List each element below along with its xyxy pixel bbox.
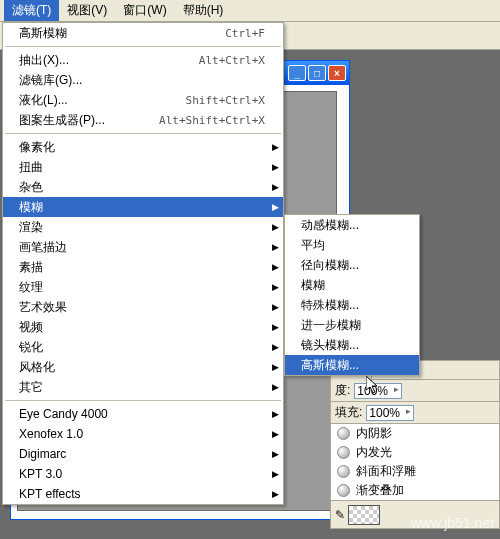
- fx-icon: [337, 446, 350, 459]
- menu-item[interactable]: 高斯模糊Ctrl+F: [3, 23, 283, 43]
- menu-view[interactable]: 视图(V): [59, 0, 115, 21]
- menu-item[interactable]: 进一步模糊: [285, 315, 419, 335]
- submenu-arrow-icon: ▶: [272, 262, 279, 272]
- layer-strip: ✎: [330, 501, 500, 529]
- layer-thumbnail[interactable]: [348, 505, 380, 525]
- menu-item[interactable]: 径向模糊...: [285, 255, 419, 275]
- menu-item[interactable]: 艺术效果▶: [3, 297, 283, 317]
- brush-icon: ✎: [335, 508, 345, 522]
- menu-item[interactable]: KPT effects▶: [3, 484, 283, 504]
- fx-item[interactable]: 内阴影: [331, 424, 499, 443]
- menu-help[interactable]: 帮助(H): [175, 0, 232, 21]
- menu-item[interactable]: 风格化▶: [3, 357, 283, 377]
- menu-item[interactable]: 特殊模糊...: [285, 295, 419, 315]
- submenu-arrow-icon: ▶: [272, 222, 279, 232]
- menu-item[interactable]: 锐化▶: [3, 337, 283, 357]
- submenu-arrow-icon: ▶: [272, 142, 279, 152]
- menu-item[interactable]: 动感模糊...: [285, 215, 419, 235]
- menu-item[interactable]: 素描▶: [3, 257, 283, 277]
- submenu-arrow-icon: ▶: [272, 162, 279, 172]
- menu-item[interactable]: 滤镜库(G)...: [3, 70, 283, 90]
- filter-menu: 高斯模糊Ctrl+F抽出(X)...Alt+Ctrl+X滤镜库(G)...液化(…: [2, 22, 284, 505]
- blur-submenu: 动感模糊...平均径向模糊...模糊特殊模糊...进一步模糊镜头模糊...高斯模…: [284, 214, 420, 376]
- maximize-button[interactable]: □: [308, 65, 326, 81]
- opacity-input[interactable]: 100%: [354, 383, 402, 399]
- fx-icon: [337, 427, 350, 440]
- menu-item[interactable]: 视频▶: [3, 317, 283, 337]
- fx-icon: [337, 484, 350, 497]
- opacity-label: 度:: [335, 382, 350, 399]
- opacity-row: 度: 100%: [330, 380, 500, 402]
- menu-item[interactable]: 镜头模糊...: [285, 335, 419, 355]
- menu-item[interactable]: 画笔描边▶: [3, 237, 283, 257]
- fx-item[interactable]: 斜面和浮雕: [331, 462, 499, 481]
- submenu-arrow-icon: ▶: [272, 182, 279, 192]
- menu-item[interactable]: 平均: [285, 235, 419, 255]
- fill-input[interactable]: 100%: [366, 405, 414, 421]
- submenu-arrow-icon: ▶: [272, 302, 279, 312]
- fx-icon: [337, 465, 350, 478]
- fx-item[interactable]: 内发光: [331, 443, 499, 462]
- menu-filter[interactable]: 滤镜(T): [4, 0, 59, 21]
- menu-item[interactable]: 模糊: [285, 275, 419, 295]
- effects-list: 内阴影 内发光 斜面和浮雕 渐变叠加: [330, 424, 500, 501]
- menu-item[interactable]: 高斯模糊...: [285, 355, 419, 375]
- submenu-arrow-icon: ▶: [272, 282, 279, 292]
- menu-item[interactable]: 液化(L)...Shift+Ctrl+X: [3, 90, 283, 110]
- menu-item[interactable]: 扭曲▶: [3, 157, 283, 177]
- submenu-arrow-icon: ▶: [272, 342, 279, 352]
- menu-item[interactable]: 模糊▶: [3, 197, 283, 217]
- submenu-arrow-icon: ▶: [272, 362, 279, 372]
- menu-item[interactable]: Eye Candy 4000▶: [3, 404, 283, 424]
- menu-window[interactable]: 窗口(W): [115, 0, 174, 21]
- minimize-button[interactable]: _: [288, 65, 306, 81]
- menu-item[interactable]: Xenofex 1.0▶: [3, 424, 283, 444]
- menu-item[interactable]: KPT 3.0▶: [3, 464, 283, 484]
- menu-item[interactable]: 杂色▶: [3, 177, 283, 197]
- fx-item[interactable]: 渐变叠加: [331, 481, 499, 500]
- menu-item[interactable]: 渲染▶: [3, 217, 283, 237]
- fill-label: 填充:: [335, 404, 362, 421]
- submenu-arrow-icon: ▶: [272, 449, 279, 459]
- menu-item[interactable]: 图案生成器(P)...Alt+Shift+Ctrl+X: [3, 110, 283, 130]
- submenu-arrow-icon: ▶: [272, 429, 279, 439]
- submenu-arrow-icon: ▶: [272, 489, 279, 499]
- menu-item[interactable]: 纹理▶: [3, 277, 283, 297]
- close-button[interactable]: ×: [328, 65, 346, 81]
- submenu-arrow-icon: ▶: [272, 409, 279, 419]
- menu-item[interactable]: 其它▶: [3, 377, 283, 397]
- submenu-arrow-icon: ▶: [272, 469, 279, 479]
- submenu-arrow-icon: ▶: [272, 242, 279, 252]
- menu-item[interactable]: 抽出(X)...Alt+Ctrl+X: [3, 50, 283, 70]
- menubar: 滤镜(T) 视图(V) 窗口(W) 帮助(H): [0, 0, 500, 22]
- submenu-arrow-icon: ▶: [272, 202, 279, 212]
- menu-item[interactable]: Digimarc▶: [3, 444, 283, 464]
- submenu-arrow-icon: ▶: [272, 382, 279, 392]
- submenu-arrow-icon: ▶: [272, 322, 279, 332]
- fill-row: 填充: 100%: [330, 402, 500, 424]
- layers-panel: 图层 度: 100% 填充: 100% 内阴影 内发光 斜面和浮雕 渐变叠加 ✎: [330, 360, 500, 529]
- menu-item[interactable]: 像素化▶: [3, 137, 283, 157]
